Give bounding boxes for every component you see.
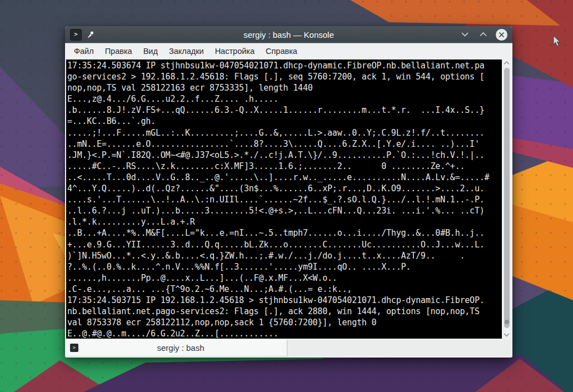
chevron-down-icon [461,32,469,37]
menu-item-bookmarks[interactable]: Закладки [163,44,210,58]
tab-sergiy-bash[interactable]: > sergiy : bash [66,340,287,356]
terminal-tab-icon: > [70,344,78,352]
terminal-output[interactable]: 17:35:24.503674 IP stjhnbsu1kw-047054021… [66,59,502,339]
menu-item-edit[interactable]: Правка [99,44,138,58]
konsole-app-icon: > [70,29,82,41]
maximize-button[interactable] [477,28,489,41]
menu-item-help[interactable]: Справка [260,44,303,58]
terminal-line: .b......8.J!.zV.FS+...qQ......6.3.-Q..X.… [67,105,502,116]
terminal-line: 17:35:24.503715 IP 192.168.1.2.45618 > s… [67,295,502,306]
terminal-line: .JM.}<.P.=N`.I82Q..OM~<#@.J37<oL5.>.*./.… [67,150,502,161]
terminal-line: ?..%.(..0.%..k....^.n.V...%%N.f[..3.....… [67,261,502,272]
terminal-line: ..l..6.?...j ..uT.)...b.....3........5!<… [67,205,502,216]
mouse-cursor [553,35,562,47]
minimize-button[interactable] [459,28,471,41]
terminal-line: E...,z@.4.../6.G....u2.2..f...Z.... .h..… [67,93,502,105]
terminal-line: go-services2 > 192.168.1.2.45618: Flags … [67,71,502,82]
scrollbar-thumb[interactable] [504,68,510,328]
terminal-line: .C-.e...,...a... ...{T^9o.2.~6.Me...N...… [67,284,502,295]
terminal-line: ..<.....T...0d....V..G..8.._..@.'.....\.… [67,172,502,183]
terminal-line: ....s.'...T......\..!..A..\.:n.UIIl....`… [67,194,502,205]
terminal-line: ......,h.......Pp..@....x..L...]...(..F@… [67,272,502,284]
terminal-line: nb.bellaliant.net.pago-services2: Flags … [67,306,502,317]
terminal-line: .....;!...F.....mGL..:..K.........;....G… [67,127,502,138]
terminal-line: +...e.9.G...YII......3..d...Q.q.....bL.Z… [67,239,502,250]
menu-item-view[interactable]: Вид [138,44,163,58]
terminal-line: nop,nop,TS val 258122163 ecr 8753335], l… [67,82,502,93]
titlebar[interactable]: > sergiy : bash — Konsole [65,26,512,43]
tabbar: > sergiy : bash [66,340,511,356]
terminal-line: 17:35:24.503674 IP stjhnbsu1kw-047054021… [67,60,502,71]
close-button[interactable] [495,28,507,41]
desktop: { "window": { "title": "sergiy : bash — … [0,0,573,392]
tab-label: sergiy : bash [78,343,283,353]
terminal-line: val 8753378 ecr 258122112,nop,nop,sack 1… [67,317,502,328]
terminal-line: =...KC..B6...`.gh. [67,116,502,127]
konsole-window: > sergiy : bash — Konsole [65,26,512,358]
terminal-line: ..B...+A....*%..M&F[....L="k...e.=nI...~… [67,227,502,239]
terminal-line: ..mN..E=......e.O................`....8?… [67,138,502,150]
chevron-up-icon [480,32,487,37]
terminal-line: 4^...Y.Q.....)..d(..Qz?......&"....(3n$.… [67,183,502,194]
scroll-up-icon[interactable] [504,61,510,65]
scrollbar-marker [505,320,509,324]
menu-item-settings[interactable]: Настройка [210,44,260,58]
terminal-line: .l.*.k.........y...L.a.+.R [67,216,502,227]
close-icon [499,32,505,38]
menubar: ФайлПравкаВидЗакладкиНастройкаСправка [65,43,512,59]
scroll-down-icon[interactable] [504,333,510,337]
window-title: sergiy : bash — Konsole [65,30,512,39]
terminal-line: .....#C..-..RS....\z.k........c:X.MF]3..… [67,161,502,172]
scrollbar[interactable] [502,59,511,339]
terminal-line: E..@.#@.@..m..../6.G.2u2..Z...[.........… [67,328,502,339]
terminal-area: 17:35:24.503674 IP stjhnbsu1kw-047054021… [66,59,511,339]
terminal-line: )`]N.H5wO...*..<.y..&.b....<.q.}ZW.h...;… [67,250,502,261]
pin-icon[interactable] [87,31,95,39]
menu-item-file[interactable]: Файл [68,44,99,58]
